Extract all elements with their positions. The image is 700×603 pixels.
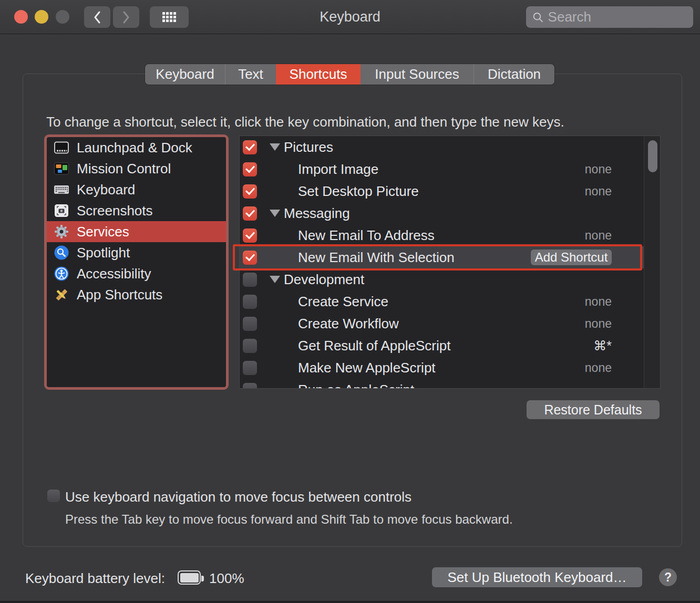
sidebar-item-app-shortcuts[interactable]: App Shortcuts (47, 284, 226, 305)
titlebar: Keyboard (0, 0, 700, 34)
checkbox-checked[interactable] (243, 184, 257, 199)
battery-level-label: Keyboard battery level: (25, 570, 165, 587)
shortcut-category-list: Launchpad & Dock Mission Control Keyboar… (44, 134, 229, 390)
battery-nub (201, 576, 204, 581)
sidebar-item-mission-control[interactable]: Mission Control (47, 158, 226, 179)
sidebar-item-label: Accessibility (77, 266, 151, 282)
sidebar-item-keyboard[interactable]: Keyboard (47, 179, 226, 200)
shortcut-row-run-as-applescript[interactable]: Run as AppleScript (240, 379, 644, 389)
shortcut-row-create-service[interactable]: Create Service none (240, 290, 644, 313)
tab-shortcuts[interactable]: Shortcuts (276, 64, 361, 85)
scrollbar[interactable] (644, 136, 660, 388)
spotlight-icon (54, 245, 69, 261)
group-label: Messaging (284, 205, 350, 222)
checkbox-unchecked[interactable] (243, 295, 257, 309)
shortcut-group-pictures[interactable]: Pictures (240, 136, 644, 158)
shortcut-value: none (585, 317, 612, 331)
search-field[interactable] (526, 6, 693, 28)
search-input[interactable] (548, 9, 687, 25)
keyboard-icon (54, 182, 69, 197)
restore-defaults-button[interactable]: Restore Defaults (527, 400, 660, 419)
shortcut-label: Import Image (298, 161, 378, 178)
shortcut-group-development[interactable]: Development (240, 268, 644, 290)
shortcut-label: Make New AppleScript (298, 360, 436, 376)
checkbox-checked[interactable] (243, 251, 257, 265)
sidebar-item-launchpad-dock[interactable]: Launchpad & Dock (47, 137, 226, 158)
shortcut-label: Create Service (298, 294, 388, 310)
shortcut-label: Create Workflow (298, 316, 399, 332)
shortcut-label: Set Desktop Picture (298, 183, 419, 200)
sidebar-item-label: Screenshots (77, 203, 153, 219)
disclosure-triangle-icon[interactable] (270, 143, 280, 151)
scrollbar-thumb[interactable] (648, 140, 657, 172)
search-icon (532, 11, 544, 24)
launchpad-dock-icon (54, 140, 69, 155)
sidebar-item-label: Keyboard (77, 182, 135, 198)
add-shortcut-button[interactable]: Add Shortcut (531, 249, 612, 265)
accessibility-icon (54, 266, 69, 282)
setup-bluetooth-keyboard-button[interactable]: Set Up Bluetooth Keyboard… (432, 567, 642, 587)
shortcut-key-combo: ⌘* (593, 338, 612, 354)
checkbox-unchecked[interactable] (243, 317, 257, 331)
shortcut-label: Get Result of AppleScript (298, 338, 450, 354)
services-gear-icon (54, 224, 69, 240)
shortcut-value: none (585, 361, 612, 375)
app-shortcuts-icon (54, 287, 69, 303)
checkbox-unchecked[interactable] (243, 383, 257, 389)
sidebar-item-accessibility[interactable]: Accessibility (47, 263, 226, 284)
tab-bar: Keyboard Text Shortcuts Input Sources Di… (145, 64, 554, 85)
sidebar-item-label: Launchpad & Dock (77, 140, 192, 156)
shortcut-row-new-email-to-address[interactable]: New Email To Address none (240, 224, 644, 246)
shortcut-list: Pictures Import Image none Set Desktop P… (239, 136, 661, 389)
checkbox-unchecked[interactable] (243, 339, 257, 353)
mission-control-icon (54, 161, 69, 176)
battery-fill (180, 573, 199, 583)
sidebar-item-screenshots[interactable]: Screenshots (47, 200, 226, 221)
group-label: Pictures (284, 139, 333, 155)
sidebar-item-services[interactable]: Services (47, 221, 226, 242)
instruction-text: To change a shortcut, select it, click t… (46, 114, 564, 130)
tab-dictation[interactable]: Dictation (473, 64, 554, 85)
tab-input-sources[interactable]: Input Sources (361, 64, 473, 85)
tab-keyboard[interactable]: Keyboard (145, 64, 225, 85)
screenshots-icon (54, 203, 69, 219)
keyboard-navigation-subtext: Press the Tab key to move focus forward … (65, 512, 513, 527)
sidebar-item-label: App Shortcuts (77, 287, 162, 303)
shortcut-label: New Email With Selection (298, 249, 455, 266)
help-button[interactable]: ? (659, 568, 677, 586)
window-bottom-edge (0, 601, 700, 603)
checkbox-checked[interactable] (243, 228, 257, 243)
sidebar-item-label: Services (77, 224, 129, 240)
shortcut-row-set-desktop-picture[interactable]: Set Desktop Picture none (240, 180, 644, 202)
shortcut-row-make-new-applescript[interactable]: Make New AppleScript none (240, 357, 644, 379)
shortcut-value: none (585, 162, 612, 176)
shortcut-row-get-result-of-applescript[interactable]: Get Result of AppleScript ⌘* (240, 335, 644, 357)
checkbox-unchecked[interactable] (243, 273, 257, 287)
shortcut-label: Run as AppleScript (298, 382, 414, 389)
disclosure-triangle-icon[interactable] (270, 210, 280, 217)
keyboard-navigation-label: Use keyboard navigation to move focus be… (65, 489, 411, 505)
shortcut-value: none (585, 228, 612, 243)
checkbox-checked[interactable] (243, 140, 257, 154)
checkbox-checked[interactable] (243, 162, 257, 176)
shortcut-row-import-image[interactable]: Import Image none (240, 158, 644, 180)
shortcut-value: none (585, 184, 612, 199)
group-label: Development (284, 272, 364, 288)
checkbox-checked[interactable] (243, 206, 257, 221)
keyboard-navigation-checkbox[interactable] (47, 490, 60, 502)
shortcut-row-create-workflow[interactable]: Create Workflow none (240, 313, 644, 335)
shortcut-label: New Email To Address (298, 227, 435, 244)
battery-icon (178, 570, 201, 585)
disclosure-triangle-icon[interactable] (270, 276, 280, 283)
sidebar-item-label: Mission Control (77, 161, 171, 177)
shortcut-group-messaging[interactable]: Messaging (240, 202, 644, 224)
shortcut-row-new-email-with-selection[interactable]: New Email With Selection Add Shortcut (240, 246, 644, 268)
system-preferences-window: Keyboard Keyboard Text Shortcuts Input S… (0, 0, 700, 603)
checkbox-unchecked[interactable] (243, 361, 257, 375)
tab-text[interactable]: Text (225, 64, 276, 85)
shortcut-value: none (585, 295, 612, 309)
sidebar-item-label: Spotlight (77, 245, 130, 261)
sidebar-item-spotlight[interactable]: Spotlight (47, 242, 226, 263)
battery-percentage: 100% (209, 570, 244, 587)
